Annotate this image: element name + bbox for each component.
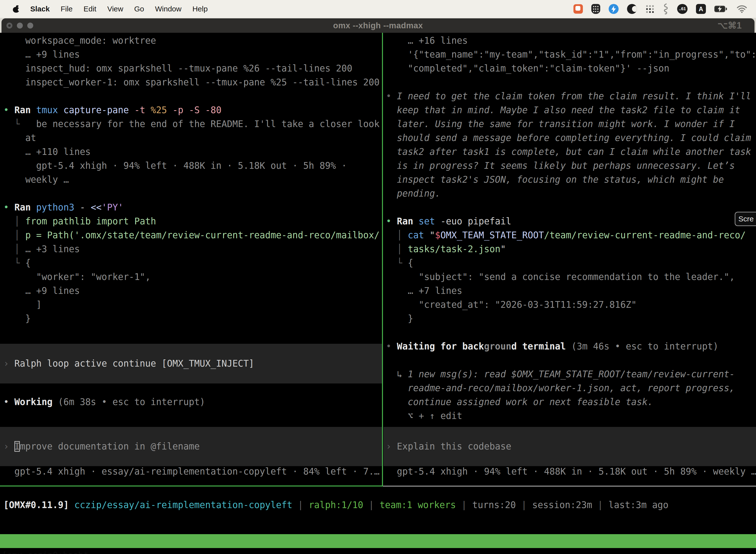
window-title-bar[interactable]: omx --xhigh --madmax ⌥⌘1 <box>1 18 755 33</box>
prompt-input-left-text: › Improve documentation in @filename <box>0 440 382 453</box>
dots-grid-icon[interactable] <box>645 4 654 13</box>
terminal-line: … +9 lines <box>0 48 382 62</box>
screen-edge-tooltip: Scre <box>735 212 756 226</box>
menu-bar-status-icons: ..61 A <box>573 0 747 18</box>
tmux-session-window: [omx-cczip0:bash* <box>2 548 88 554</box>
menu-item-file[interactable]: File <box>61 5 72 13</box>
terminal-line: task2 after task1 is complete, but can I… <box>383 145 756 159</box>
prompt-input-left[interactable]: › Improve documentation in @filename <box>0 427 382 466</box>
terminal-line: │ p = Path('.omx/state/team/review-curre… <box>0 228 382 242</box>
terminal-line: at <box>0 131 382 145</box>
menu-item-go[interactable]: Go <box>134 5 144 13</box>
terminal: workspace_mode: worktree … +9 lines insp… <box>0 33 756 554</box>
terminal-line: } <box>0 312 382 326</box>
terminal-line: … +110 lines <box>0 145 382 159</box>
terminal-line: … +7 lines <box>383 284 756 298</box>
menu-item-view[interactable]: View <box>107 5 123 13</box>
terminal-line: continue assigned work or next feasible … <box>383 395 756 409</box>
terminal-line: ↳ 1 new msg(s): read $OMX_TEAM_STATE_ROO… <box>383 367 756 381</box>
menu-item-help[interactable]: Help <box>192 5 208 13</box>
terminal-line: └ { <box>0 256 382 270</box>
tmux-status-bar: [omx-cczip0:bash* "MacBook-Pro-44.local"… <box>0 534 756 548</box>
battery-charging-icon[interactable] <box>714 6 728 12</box>
terminal-line: └ { <box>383 256 756 270</box>
terminal-line: inspect task2's JSON, focusing on the st… <box>383 173 756 187</box>
pane-border-bottom-right <box>383 486 756 487</box>
pane-right[interactable]: … +16 lines '{"team_name":"my-team","tas… <box>383 33 756 486</box>
terminal-line: • Ran tmux capture-pane -t %25 -p -S -80 <box>0 103 382 117</box>
menu-app-name[interactable]: Slack <box>30 5 50 13</box>
terminal-line: pending. <box>383 187 756 201</box>
terminal-line: } <box>383 312 756 326</box>
window-shortcut-hint: ⌥⌘1 <box>717 18 742 33</box>
menu-item-window[interactable]: Window <box>155 5 182 13</box>
terminal-line: … +9 lines <box>0 284 382 298</box>
terminal-line: • Ran set -euo pipefail <box>383 214 756 228</box>
terminal-line: weekly … <box>0 173 382 187</box>
terminal-line: workspace_mode: worktree <box>0 34 382 48</box>
terminal-line: ⌥ + ↑ edit <box>383 409 756 423</box>
terminal-line: │ … +3 lines <box>0 242 382 256</box>
terminal-line: │ cat "$OMX_TEAM_STATE_ROOT/team/review-… <box>383 228 756 242</box>
pane-left[interactable]: workspace_mode: worktree … +9 lines insp… <box>0 33 382 486</box>
terminal-line: keep that in mind. Maybe I also need the… <box>383 103 756 117</box>
badge-61-icon[interactable]: ..61 <box>677 4 688 14</box>
screen: Slack FileEditViewGoWindowHelp ..61 A <box>0 0 756 554</box>
terminal-line: … +16 lines <box>383 34 756 48</box>
terminal-line: "subject": "send a concise recommendatio… <box>383 270 756 284</box>
crescent-icon[interactable] <box>627 4 637 14</box>
terminal-line: │ from pathlib import Path <box>0 214 382 228</box>
terminal-line: └ be necessary for the end of the README… <box>0 117 382 131</box>
menu-items: FileEditViewGoWindowHelp <box>61 5 208 13</box>
terminal-line: later. Using the same for transition mig… <box>383 117 756 131</box>
keypad-icon[interactable] <box>591 4 600 14</box>
pane-divider[interactable] <box>382 33 383 486</box>
menu-item-edit[interactable]: Edit <box>83 5 97 13</box>
terminal-line: • Working (6m 38s • esc to interrupt) <box>0 395 382 409</box>
terminal-line: is in progress? It seems likely but perh… <box>383 159 756 173</box>
apple-menu-icon[interactable] <box>13 5 19 13</box>
terminal-line: gpt-5.4 xhigh · 94% left · 488K in · 5.1… <box>0 159 382 173</box>
ralph-loop-banner: › Ralph loop active continue [OMX_TMUX_I… <box>0 344 382 384</box>
terminal-line: "created_at": "2026-03-31T11:59:27.816Z" <box>383 298 756 312</box>
pane-border-bottom-left <box>0 486 383 487</box>
ralph-loop-banner-text: › Ralph loop active continue [OMX_TMUX_I… <box>0 357 382 371</box>
wifi-icon[interactable] <box>737 5 747 13</box>
blue-badge-icon[interactable] <box>609 4 619 14</box>
terminal-line: readme-and-reco/mailbox/worker-1.json, a… <box>383 381 756 395</box>
terminal-line: inspect_hud: omx sparkshell --tmux-pane … <box>0 62 382 75</box>
apple-logo-icon <box>13 5 19 13</box>
terminal-line: gpt-5.4 xhigh · essay/ai-reimplementatio… <box>0 465 382 479</box>
terminal-line: • I need to get the claim token from the… <box>383 89 756 103</box>
terminal-line: "worker": "worker-1", <box>0 270 382 284</box>
terminal-line: should send a message before completing … <box>383 131 756 145</box>
prompt-input-right[interactable]: › Explain this codebase <box>383 427 756 466</box>
prompt-input-right-text: › Explain this codebase <box>383 440 756 453</box>
terminal-line: "completed","claim_token":"claim-token"}… <box>383 62 756 75</box>
screenshare-icon[interactable] <box>573 4 583 14</box>
a-app-icon[interactable]: A <box>696 4 706 14</box>
menu-bar: Slack FileEditViewGoWindowHelp ..61 A <box>0 0 756 18</box>
squiggle-icon[interactable] <box>663 3 669 14</box>
window-title: omx --xhigh --madmax <box>1 18 755 33</box>
terminal-line: • Ran python3 - <<'PY' <box>0 201 382 214</box>
terminal-line: │ tasks/task-2.json" <box>383 242 756 256</box>
terminal-line: ] <box>0 298 382 312</box>
omx-status-line: [OMX#0.11.9] cczip/essay/ai-reimplementa… <box>3 498 669 512</box>
terminal-line: gpt-5.4 xhigh · 94% left · 488K in · 5.1… <box>383 465 756 479</box>
terminal-line: '{"team_name":"my-team","task_id":"1","f… <box>383 48 756 62</box>
terminal-line: • Waiting for background terminal (3m 46… <box>383 340 756 353</box>
terminal-line: inspect_worker-1: omx sparkshell --tmux-… <box>0 75 382 89</box>
